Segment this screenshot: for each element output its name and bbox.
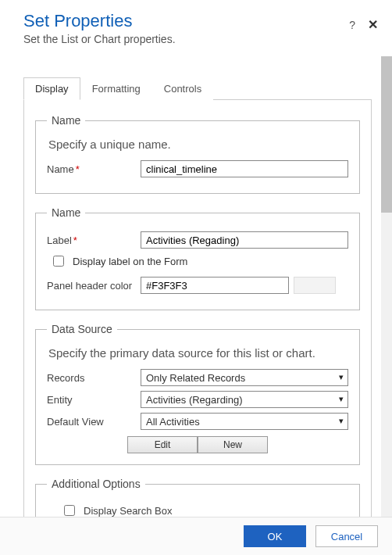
records-select[interactable]: Only Related Records xyxy=(141,369,348,386)
panel-color-input[interactable] xyxy=(141,277,289,294)
name-fieldset: Name Specify a unique name. Name* xyxy=(35,114,360,194)
entity-select[interactable]: Activities (Regarding) xyxy=(141,391,348,408)
label-input[interactable] xyxy=(141,231,348,249)
tab-formatting[interactable]: Formatting xyxy=(80,77,152,100)
scrollbar-thumb[interactable] xyxy=(381,56,392,213)
records-label: Records xyxy=(47,372,141,384)
new-button[interactable]: New xyxy=(198,436,268,453)
name-label: Name* xyxy=(47,163,141,175)
help-icon[interactable]: ? xyxy=(349,19,355,31)
required-asterisk: * xyxy=(76,163,80,175)
label-label: Label* xyxy=(47,235,141,246)
modal-title: Set Properties xyxy=(23,11,376,31)
modal-footer: OK Cancel xyxy=(0,517,392,555)
name-input[interactable] xyxy=(141,160,348,177)
datasource-legend: Data Source xyxy=(47,323,117,335)
defaultview-select[interactable]: All Activities xyxy=(141,413,348,430)
tab-controls[interactable]: Controls xyxy=(152,77,213,100)
required-asterisk: * xyxy=(73,235,77,246)
panel-color-label: Panel header color xyxy=(47,280,141,292)
tabs: Display Formatting Controls xyxy=(23,77,372,100)
modal-header: Set Properties Set the List or Chart pro… xyxy=(0,0,392,56)
label-label-text: Label xyxy=(47,235,72,246)
name-legend: Name xyxy=(47,114,85,127)
display-label-checkbox[interactable] xyxy=(53,256,64,267)
entity-label: Entity xyxy=(47,394,141,406)
label-fieldset: Name Label* Display label on the Form Pa… xyxy=(35,206,360,310)
name-spec: Specify a unique name. xyxy=(48,138,348,151)
close-icon[interactable]: ✕ xyxy=(368,17,378,32)
panel-color-swatch[interactable] xyxy=(294,277,336,294)
additional-fieldset: Additional Options Display Search Box Di… xyxy=(35,478,360,517)
set-properties-modal: Set Properties Set the List or Chart pro… xyxy=(0,0,392,555)
tab-display[interactable]: Display xyxy=(23,77,80,100)
name-label-text: Name xyxy=(47,163,74,175)
modal-body: Display Formatting Controls Name Specify… xyxy=(0,56,381,517)
display-panel: Name Specify a unique name. Name* Name xyxy=(23,100,372,517)
cancel-button[interactable]: Cancel xyxy=(315,525,378,547)
defaultview-label: Default View xyxy=(47,416,141,428)
search-checkbox[interactable] xyxy=(64,505,75,516)
scrollbar-track[interactable] xyxy=(381,56,392,517)
datasource-fieldset: Data Source Specify the primary data sou… xyxy=(35,323,360,465)
label-legend: Name xyxy=(47,206,85,219)
modal-subtitle: Set the List or Chart properties. xyxy=(23,33,376,45)
datasource-spec: Specify the primary data source for this… xyxy=(48,346,348,360)
additional-legend: Additional Options xyxy=(47,478,145,490)
ok-button[interactable]: OK xyxy=(244,525,306,547)
search-label: Display Search Box xyxy=(84,505,172,517)
display-label-text: Display label on the Form xyxy=(73,256,187,267)
edit-button[interactable]: Edit xyxy=(127,436,198,453)
